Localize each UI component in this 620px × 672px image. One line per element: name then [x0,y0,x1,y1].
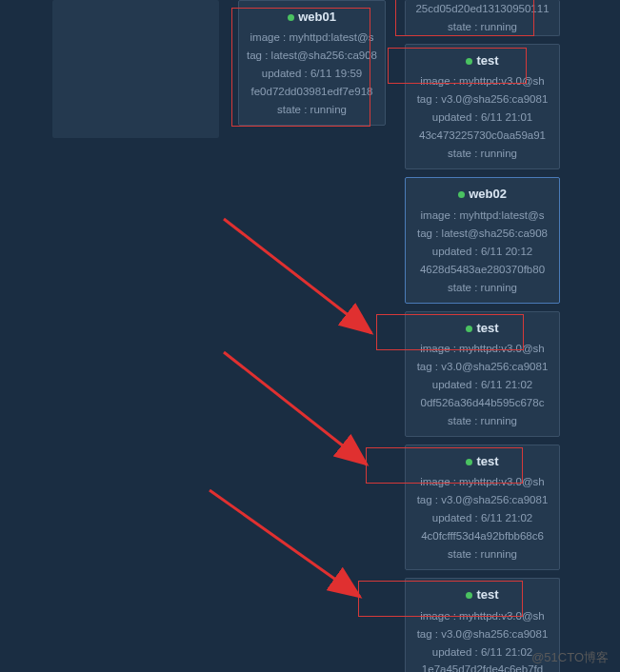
card-title: test [410,584,555,604]
card-image: image : myhttpd:v3.0@sh [410,607,555,625]
card-hash: 0df526a36d44b595c678c [410,394,555,412]
container-card-test-2[interactable]: test image : myhttpd:v3.0@sh tag : v3.0@… [405,311,560,437]
status-dot-icon [466,326,472,332]
card-title: test [410,318,555,338]
card-tag: tag : latest@sha256:ca908 [410,225,555,243]
card-hash: 43c473225730c0aa59a91 [410,127,555,145]
card-updated: updated : 6/11 19:59 [243,65,381,83]
card-tag: tag : v3.0@sha256:ca9081 [410,491,555,509]
card-title: test [410,50,555,70]
container-card-partial[interactable]: 25cd05d20ed13130950111 state : running [405,0,560,36]
card-name: web01 [298,10,336,24]
card-tag: tag : v3.0@sha256:ca9081 [410,625,555,643]
status-dot-icon [466,58,472,65]
card-state: state : running [410,545,555,563]
card-tag: tag : v3.0@sha256:ca9081 [410,358,555,376]
container-card-test-3[interactable]: test image : myhttpd:v3.0@sh tag : v3.0@… [405,445,560,570]
card-image: image : myhttpd:v3.0@sh [410,72,555,90]
card-hash: 4628d5483ae280370fb80 [410,261,555,279]
card-name: test [476,321,498,335]
container-card-web02[interactable]: web02 image : myhttpd:latest@s tag : lat… [405,177,560,303]
status-dot-icon [458,191,465,198]
card-image: image : myhttpd:v3.0@sh [410,340,555,358]
card-image: image : myhttpd:latest@s [410,207,555,225]
status-dot-icon [466,592,472,599]
card-name: test [476,587,498,602]
container-card-web01[interactable]: web01 image : myhttpd:latest@s tag : lat… [238,0,386,126]
card-title: test [410,451,555,471]
card-state: state : running [410,18,555,36]
card-updated: updated : 6/11 21:02 [410,509,555,527]
card-state: state : running [243,101,381,119]
container-card-test-1[interactable]: test image : myhttpd:v3.0@sh tag : v3.0@… [405,44,560,169]
card-tag: tag : latest@sha256:ca908 [243,47,381,65]
status-dot-icon [466,459,472,465]
status-dot-icon [288,14,294,21]
card-image: image : myhttpd:v3.0@sh [410,473,555,491]
card-state: state : running [410,145,555,163]
card-hash: 4c0fcfff53d4a92bfbb68c6 [410,527,555,545]
card-updated: updated : 6/11 21:02 [410,376,555,394]
card-tag: tag : v3.0@sha256:ca9081 [410,90,555,109]
card-hash: 25cd05d20ed13130950111 [410,0,555,18]
card-updated: updated : 6/11 21:01 [410,109,555,127]
card-name: test [476,454,498,468]
card-state: state : running [410,412,555,430]
card-name: web02 [469,187,507,201]
card-state: state : running [410,279,555,297]
card-name: test [476,53,498,68]
card-image: image : myhttpd:latest@s [243,29,381,47]
empty-panel [52,0,219,138]
card-title: web02 [410,184,555,204]
card-title: web01 [243,7,381,27]
card-hash: fe0d72dd03981edf7e918 [243,83,381,101]
watermark: @51CTO博客 [531,649,609,666]
card-updated: updated : 6/11 20:12 [410,243,555,261]
